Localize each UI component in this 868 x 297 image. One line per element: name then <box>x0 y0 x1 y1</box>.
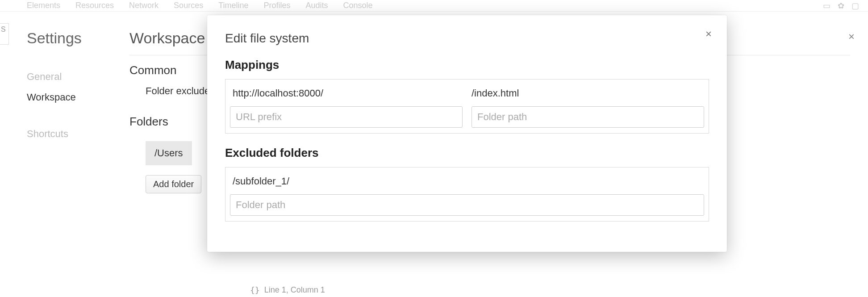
menu-item[interactable]: Sources <box>174 1 203 10</box>
drawer-icon[interactable]: ▭ <box>823 1 830 11</box>
edit-file-system-dialog: × Edit file system Mappings http://local… <box>207 15 727 252</box>
braces-icon[interactable]: {} <box>250 285 260 295</box>
mapping-entry[interactable]: http://localhost:8000/ /index.html <box>230 84 704 106</box>
menu-item[interactable]: Timeline <box>218 1 248 10</box>
mapping-url-value: http://localhost:8000/ <box>233 88 463 99</box>
mappings-heading: Mappings <box>225 58 709 72</box>
sidebar-search-stub: S <box>0 23 9 45</box>
excluded-folders-heading: Excluded folders <box>225 146 709 160</box>
dialog-close-icon[interactable]: × <box>705 29 712 39</box>
devtools-window: Elements Resources Network Sources Timel… <box>0 0 868 297</box>
excluded-entry[interactable]: /subfolder_1/ <box>230 172 704 194</box>
status-bar: {} Line 1, Column 1 <box>0 283 868 297</box>
excluded-box: /subfolder_1/ <box>225 167 709 222</box>
nav-item-general[interactable]: General <box>27 67 103 87</box>
settings-sidebar: Settings General Workspace Shortcuts <box>9 12 103 297</box>
dialog-title: Edit file system <box>225 31 709 46</box>
excluded-folder-input[interactable] <box>230 194 704 216</box>
menu-item[interactable]: Network <box>129 1 159 10</box>
mapping-folder-value: /index.html <box>472 88 701 99</box>
menu-item[interactable]: Resources <box>75 1 114 10</box>
url-prefix-input[interactable] <box>230 106 463 128</box>
folder-path-input[interactable] <box>472 106 704 128</box>
devtools-top-menu: Elements Resources Network Sources Timel… <box>0 0 868 12</box>
cursor-position: Line 1, Column 1 <box>264 285 325 295</box>
menu-item[interactable]: Profiles <box>264 1 291 10</box>
nav-item-shortcuts[interactable]: Shortcuts <box>27 124 103 144</box>
menu-item[interactable]: Elements <box>27 1 60 10</box>
menu-item[interactable]: Audits <box>306 1 328 10</box>
mappings-box: http://localhost:8000/ /index.html <box>225 79 709 134</box>
menu-item[interactable]: Console <box>343 1 373 10</box>
nav-item-workspace[interactable]: Workspace <box>27 87 103 108</box>
add-folder-button[interactable]: Add folder <box>146 175 201 193</box>
folder-chip[interactable]: /Users <box>146 141 192 165</box>
dock-icon[interactable]: ▢ <box>851 1 859 11</box>
settings-title: Settings <box>27 29 103 47</box>
settings-gear-icon[interactable]: ✿ <box>838 1 844 11</box>
